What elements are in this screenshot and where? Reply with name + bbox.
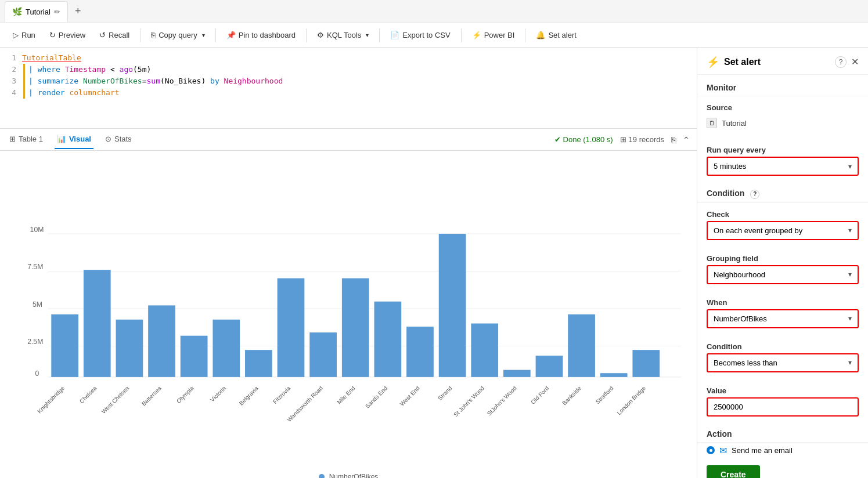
panel-header: ⚡ Set alert ? ✕ (697, 48, 868, 75)
condition-dropdown-arrow: ▾ (848, 358, 852, 367)
pin-dashboard-button[interactable]: 📌 Pin to dashboard (221, 28, 301, 42)
done-text: Done (1.080 s) (563, 135, 613, 144)
x-label-strand: Strand (437, 385, 453, 402)
expand-icon[interactable]: ⌃ (683, 135, 690, 144)
help-icon[interactable]: ? (835, 56, 847, 68)
x-label-st-johns-1: St John's Wood (452, 385, 485, 418)
x-label-belgravia: Belgravia (238, 385, 260, 407)
x-label-olympia: Olympia (175, 385, 195, 404)
y-label-0: 0 (35, 370, 39, 378)
recall-button[interactable]: ↺ Recall (93, 28, 135, 42)
chart-legend: NumberOfBikes (9, 473, 687, 478)
sep2 (215, 28, 216, 42)
x-label-sands-end: Sands End (364, 385, 388, 410)
results-status: ✔ Done (1.080 s) ⊞ 19 records ⎘ ⌃ (554, 135, 690, 144)
check-value: On each event grouped by (714, 226, 802, 235)
tutorial-tab[interactable]: 🌿 Tutorial ✏ (5, 1, 68, 22)
bar-belgravia (245, 350, 272, 377)
y-label-5m: 5M (33, 300, 42, 309)
alert-icon: 🔔 (536, 31, 545, 39)
kql-tools-button[interactable]: ⚙ KQL Tools (311, 28, 374, 42)
bar-battersea (148, 305, 175, 376)
kql-label: KQL Tools (327, 31, 361, 39)
y-label-10m: 10M (30, 226, 44, 234)
panel-title-text: Set alert (724, 57, 761, 67)
powerbi-label: Power BI (484, 31, 515, 39)
run-query-section: Run query every 5 minutes ▾ (697, 139, 868, 183)
value-section: Value (697, 379, 868, 423)
tab-table[interactable]: ⊞ Table 1 (7, 130, 45, 149)
source-table-icon: 🗒 (707, 118, 717, 128)
preview-button[interactable]: ↻ Preview (44, 28, 91, 42)
value-input[interactable] (707, 397, 859, 417)
bar-victoria (213, 320, 240, 377)
x-label-victoria: Victoria (209, 385, 228, 403)
x-label-stratford: Stratford (595, 385, 615, 405)
condition-dropdown-label: Condition (707, 342, 859, 351)
run-button[interactable]: ▷ Run (7, 28, 41, 42)
grouping-field-section: Grouping field Neighbourhood ▾ (697, 247, 868, 291)
bar-chelsea (84, 270, 111, 377)
run-query-dropdown[interactable]: 5 minutes ▾ (707, 157, 859, 176)
panel-header-icons: ? ✕ (835, 56, 859, 68)
when-arrow: ▾ (848, 314, 852, 323)
chart-area: 10M 7.5M 5M 2.5M 0 Knights (0, 151, 697, 478)
kql-icon: ⚙ (317, 31, 324, 39)
status-done: ✔ Done (1.080 s) (554, 135, 613, 144)
bar-sands-end (374, 302, 401, 377)
y-label-25m: 2.5M (27, 338, 43, 346)
bar-mile-end (342, 278, 369, 377)
tab-stats[interactable]: ⊙ Stats (103, 130, 134, 149)
recall-icon: ↺ (99, 31, 106, 39)
grouping-field-dropdown[interactable]: Neighbourhood ▾ (707, 265, 859, 284)
records-text: 19 records (629, 135, 664, 144)
legend-color (319, 474, 325, 478)
run-query-label: Run query every (707, 146, 859, 154)
when-section: When NumberOfBikes ▾ (697, 291, 868, 335)
send-email-row[interactable]: ✉ Send me an email (697, 443, 868, 458)
close-icon[interactable]: ✕ (851, 56, 859, 68)
results-area: ⊞ Table 1 📊 Visual ⊙ Stats ✔ Done (1.080… (0, 129, 697, 478)
panel-title: ⚡ Set alert (707, 56, 761, 68)
tab-edit-icon[interactable]: ✏ (54, 8, 60, 16)
pin-label: Pin to dashboard (239, 31, 296, 39)
sep3 (306, 28, 307, 42)
bar-west-end (406, 327, 434, 377)
power-bi-button[interactable]: ⚡ Power BI (466, 28, 521, 42)
done-check-icon: ✔ (554, 135, 561, 144)
bar-st-johns-2 (503, 370, 531, 377)
condition-help-icon[interactable]: ? (750, 190, 759, 199)
outlook-icon: ✉ (719, 445, 727, 456)
recall-label: Recall (109, 31, 129, 39)
source-name: Tutorial (722, 119, 747, 128)
export-csv-button[interactable]: 📄 Export to CSV (384, 28, 456, 42)
check-arrow: ▾ (848, 226, 852, 234)
tab-bar: 🌿 Tutorial ✏ + (0, 0, 868, 23)
set-alert-panel: ⚡ Set alert ? ✕ Monitor Source 🗒 Tutoria… (697, 48, 868, 478)
check-label: Check (707, 210, 859, 219)
x-label-old-ford: Old Ford (530, 385, 550, 405)
preview-icon: ↻ (49, 31, 56, 39)
copy-icon: ⎘ (151, 31, 156, 39)
copy-query-button[interactable]: ⎘ Copy query (145, 28, 210, 42)
x-label-st-johns-2: StJohn's Wood (486, 385, 518, 417)
bar-london-bridge (632, 350, 660, 377)
condition-section-title: Condition ? (697, 183, 868, 202)
source-section: Source 🗒 Tutorial (697, 96, 868, 139)
when-dropdown[interactable]: NumberOfBikes ▾ (707, 309, 859, 328)
grouping-field-arrow: ▾ (848, 270, 852, 278)
code-editor[interactable]: 1 TutorialTable 2 | where Timestamp < ag… (0, 48, 697, 129)
create-button[interactable]: Create (707, 465, 760, 479)
set-alert-toolbar-button[interactable]: 🔔 Set alert (530, 28, 582, 42)
condition-dropdown-section: Condition Becomes less than ▾ (697, 335, 868, 379)
y-label-75m: 7.5M (27, 263, 43, 271)
monitor-section-title: Monitor (697, 75, 868, 96)
status-records: ⊞ 19 records (620, 135, 664, 144)
copy-results-icon[interactable]: ⎘ (671, 135, 676, 144)
tab-visual[interactable]: 📊 Visual (55, 130, 93, 149)
panel-scroll: Monitor Source 🗒 Tutorial Run query ever… (697, 75, 868, 478)
condition-dropdown[interactable]: Becomes less than ▾ (707, 353, 859, 372)
check-dropdown[interactable]: On each event grouped by ▾ (707, 221, 859, 240)
add-tab-button[interactable]: + (70, 5, 86, 17)
source-row: 🗒 Tutorial (707, 114, 859, 132)
